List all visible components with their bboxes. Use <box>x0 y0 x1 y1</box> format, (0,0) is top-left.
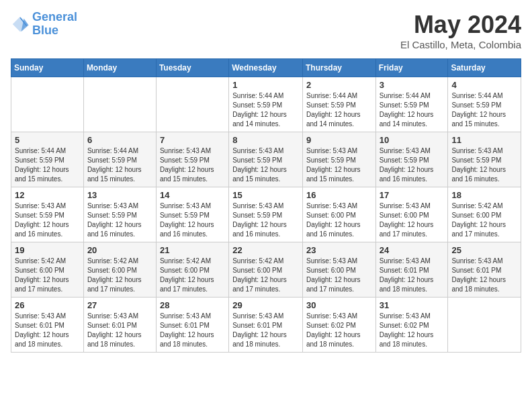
weekday-header: Wednesday <box>229 59 303 77</box>
calendar-cell <box>11 77 84 132</box>
day-info: Sunrise: 5:44 AM Sunset: 5:59 PM Dayligh… <box>451 91 517 129</box>
day-info: Sunrise: 5:44 AM Sunset: 5:59 PM Dayligh… <box>232 91 299 129</box>
day-number: 2 <box>306 80 372 90</box>
day-info: Sunrise: 5:44 AM Sunset: 5:59 PM Dayligh… <box>306 91 372 129</box>
day-info: Sunrise: 5:42 AM Sunset: 6:00 PM Dayligh… <box>232 257 299 294</box>
day-number: 21 <box>160 245 225 255</box>
calendar-cell: 14Sunrise: 5:43 AM Sunset: 5:59 PM Dayli… <box>156 187 228 242</box>
calendar-cell: 3Sunrise: 5:44 AM Sunset: 5:59 PM Daylig… <box>375 77 448 132</box>
location: El Castillo, Meta, Colombia <box>400 39 521 50</box>
day-number: 22 <box>232 245 299 255</box>
calendar-cell: 15Sunrise: 5:43 AM Sunset: 5:59 PM Dayli… <box>229 187 303 242</box>
calendar-cell: 19Sunrise: 5:42 AM Sunset: 6:00 PM Dayli… <box>11 242 84 298</box>
day-info: Sunrise: 5:44 AM Sunset: 5:59 PM Dayligh… <box>380 91 445 129</box>
day-number: 4 <box>451 80 517 90</box>
day-info: Sunrise: 5:43 AM Sunset: 5:59 PM Dayligh… <box>15 201 80 239</box>
calendar-week-row: 19Sunrise: 5:42 AM Sunset: 6:00 PM Dayli… <box>11 242 521 298</box>
calendar-cell: 29Sunrise: 5:43 AM Sunset: 6:01 PM Dayli… <box>229 298 303 353</box>
day-number: 12 <box>15 190 80 200</box>
day-info: Sunrise: 5:43 AM Sunset: 6:01 PM Dayligh… <box>87 312 152 349</box>
logo: General Blue <box>11 11 77 38</box>
weekday-header: Saturday <box>448 59 521 77</box>
day-number: 10 <box>380 135 445 145</box>
day-number: 24 <box>380 245 445 255</box>
month-title: May 2024 <box>400 11 521 39</box>
calendar-cell: 7Sunrise: 5:43 AM Sunset: 5:59 PM Daylig… <box>156 132 228 187</box>
day-info: Sunrise: 5:42 AM Sunset: 6:00 PM Dayligh… <box>160 257 225 294</box>
calendar-week-row: 5Sunrise: 5:44 AM Sunset: 5:59 PM Daylig… <box>11 132 521 187</box>
day-number: 29 <box>232 300 299 310</box>
calendar-cell: 9Sunrise: 5:43 AM Sunset: 5:59 PM Daylig… <box>302 132 375 187</box>
day-number: 18 <box>451 190 517 200</box>
day-info: Sunrise: 5:43 AM Sunset: 6:00 PM Dayligh… <box>306 201 372 239</box>
calendar-cell: 1Sunrise: 5:44 AM Sunset: 5:59 PM Daylig… <box>229 77 303 132</box>
logo-icon <box>11 15 30 34</box>
calendar-cell: 8Sunrise: 5:43 AM Sunset: 5:59 PM Daylig… <box>229 132 303 187</box>
day-number: 13 <box>87 190 152 200</box>
calendar-cell: 20Sunrise: 5:42 AM Sunset: 6:00 PM Dayli… <box>83 242 156 298</box>
calendar-cell: 26Sunrise: 5:43 AM Sunset: 6:01 PM Dayli… <box>11 298 84 353</box>
logo-text: General Blue <box>32 11 77 38</box>
day-number: 9 <box>306 135 372 145</box>
day-number: 28 <box>160 300 225 310</box>
day-info: Sunrise: 5:42 AM Sunset: 6:00 PM Dayligh… <box>15 257 80 294</box>
calendar-cell: 16Sunrise: 5:43 AM Sunset: 6:00 PM Dayli… <box>302 187 375 242</box>
day-number: 17 <box>380 190 445 200</box>
weekday-header: Friday <box>375 59 448 77</box>
calendar-cell: 11Sunrise: 5:43 AM Sunset: 5:59 PM Dayli… <box>448 132 521 187</box>
day-info: Sunrise: 5:43 AM Sunset: 5:59 PM Dayligh… <box>160 146 225 184</box>
calendar-table: SundayMondayTuesdayWednesdayThursdayFrid… <box>11 58 521 353</box>
calendar-cell <box>83 77 156 132</box>
calendar-cell: 28Sunrise: 5:43 AM Sunset: 6:01 PM Dayli… <box>156 298 228 353</box>
calendar-cell: 13Sunrise: 5:43 AM Sunset: 5:59 PM Dayli… <box>83 187 156 242</box>
day-number: 5 <box>15 135 80 145</box>
calendar-cell: 6Sunrise: 5:44 AM Sunset: 5:59 PM Daylig… <box>83 132 156 187</box>
page-header: General Blue May 2024 El Castillo, Meta,… <box>11 11 521 50</box>
weekday-header: Monday <box>83 59 156 77</box>
day-info: Sunrise: 5:43 AM Sunset: 5:59 PM Dayligh… <box>160 201 225 239</box>
day-number: 26 <box>15 300 80 310</box>
weekday-header-row: SundayMondayTuesdayWednesdayThursdayFrid… <box>11 59 521 77</box>
calendar-cell: 30Sunrise: 5:43 AM Sunset: 6:02 PM Dayli… <box>302 298 375 353</box>
day-info: Sunrise: 5:43 AM Sunset: 6:00 PM Dayligh… <box>306 257 372 294</box>
day-info: Sunrise: 5:43 AM Sunset: 5:59 PM Dayligh… <box>87 201 152 239</box>
day-info: Sunrise: 5:43 AM Sunset: 6:00 PM Dayligh… <box>380 201 445 239</box>
day-info: Sunrise: 5:43 AM Sunset: 6:01 PM Dayligh… <box>380 257 445 294</box>
calendar-cell: 25Sunrise: 5:43 AM Sunset: 6:01 PM Dayli… <box>448 242 521 298</box>
weekday-header: Thursday <box>302 59 375 77</box>
day-number: 25 <box>451 245 517 255</box>
day-info: Sunrise: 5:43 AM Sunset: 5:59 PM Dayligh… <box>306 146 372 184</box>
day-info: Sunrise: 5:43 AM Sunset: 5:59 PM Dayligh… <box>380 146 445 184</box>
day-number: 27 <box>87 300 152 310</box>
day-number: 8 <box>232 135 299 145</box>
day-info: Sunrise: 5:43 AM Sunset: 5:59 PM Dayligh… <box>451 146 517 184</box>
day-number: 23 <box>306 245 372 255</box>
title-block: May 2024 El Castillo, Meta, Colombia <box>400 11 521 50</box>
calendar-cell: 4Sunrise: 5:44 AM Sunset: 5:59 PM Daylig… <box>448 77 521 132</box>
calendar-cell: 21Sunrise: 5:42 AM Sunset: 6:00 PM Dayli… <box>156 242 228 298</box>
day-number: 7 <box>160 135 225 145</box>
day-number: 16 <box>306 190 372 200</box>
day-info: Sunrise: 5:43 AM Sunset: 6:02 PM Dayligh… <box>380 312 445 349</box>
day-number: 1 <box>232 80 299 90</box>
calendar-cell: 10Sunrise: 5:43 AM Sunset: 5:59 PM Dayli… <box>375 132 448 187</box>
calendar-cell: 5Sunrise: 5:44 AM Sunset: 5:59 PM Daylig… <box>11 132 84 187</box>
calendar-cell: 17Sunrise: 5:43 AM Sunset: 6:00 PM Dayli… <box>375 187 448 242</box>
day-info: Sunrise: 5:43 AM Sunset: 6:01 PM Dayligh… <box>160 312 225 349</box>
day-number: 14 <box>160 190 225 200</box>
calendar-cell <box>156 77 228 132</box>
day-info: Sunrise: 5:44 AM Sunset: 5:59 PM Dayligh… <box>87 146 152 184</box>
calendar-cell <box>448 298 521 353</box>
day-number: 19 <box>15 245 80 255</box>
day-number: 15 <box>232 190 299 200</box>
day-info: Sunrise: 5:42 AM Sunset: 6:00 PM Dayligh… <box>87 257 152 294</box>
day-info: Sunrise: 5:43 AM Sunset: 6:01 PM Dayligh… <box>15 312 80 349</box>
day-info: Sunrise: 5:43 AM Sunset: 6:01 PM Dayligh… <box>451 257 517 294</box>
calendar-cell: 27Sunrise: 5:43 AM Sunset: 6:01 PM Dayli… <box>83 298 156 353</box>
day-info: Sunrise: 5:43 AM Sunset: 5:59 PM Dayligh… <box>232 146 299 184</box>
calendar-cell: 24Sunrise: 5:43 AM Sunset: 6:01 PM Dayli… <box>375 242 448 298</box>
weekday-header: Tuesday <box>156 59 228 77</box>
day-info: Sunrise: 5:43 AM Sunset: 6:01 PM Dayligh… <box>232 312 299 349</box>
day-number: 3 <box>380 80 445 90</box>
calendar-cell: 18Sunrise: 5:42 AM Sunset: 6:00 PM Dayli… <box>448 187 521 242</box>
